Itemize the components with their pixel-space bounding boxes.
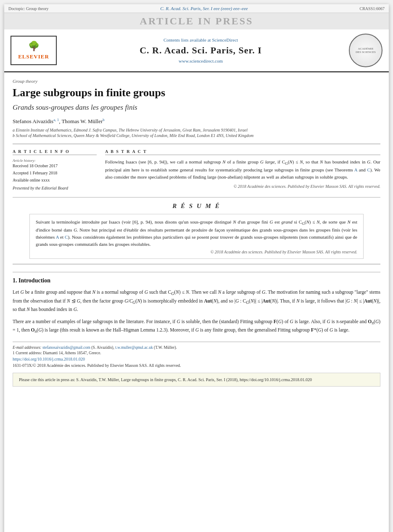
abstract-col: A B S T R A C T Following Isaacs (see [6… <box>105 149 380 190</box>
divider <box>13 264 380 264</box>
article-body: Group theory Large subgroups in finite g… <box>4 72 389 393</box>
intro-section: 1. Introduction Let G be a finite group … <box>13 272 380 335</box>
aip-text: ARTICLE IN PRESS <box>140 16 253 26</box>
sciencedirect-link-text[interactable]: ScienceDirect <box>212 37 238 42</box>
author2-name: , Thomas W. Müller <box>59 119 103 125</box>
elsevier-logo-area: 🌳 ELSEVIER <box>11 36 61 65</box>
presented-note: Presented by the Editorial Board <box>13 186 97 190</box>
article-id: CRASS1:6067 <box>360 6 385 11</box>
page-footer: E-mail addresses: stefanosaivazidis@gmai… <box>13 342 380 368</box>
resume-box: Suivant la terminologie introduite par I… <box>29 214 364 259</box>
affiliation-a: a Einstein Institute of Mathematics, Edm… <box>13 128 380 132</box>
resume-copyright: © 2018 Académie des sciences. Published … <box>36 250 357 254</box>
author2-sup: b <box>103 118 105 122</box>
abstract-copyright: © 2018 Académie des sciences. Published … <box>105 184 380 189</box>
authors: Stefanos Aivazidisa, 1, Thomas W. Müller… <box>13 118 380 125</box>
journal-title: C. R. Acad. Sci. Paris, Ser. I <box>61 45 340 56</box>
available-value: Available online xxxx <box>13 178 97 182</box>
doctopic-label: Doctopic: Group theory <box>8 6 49 11</box>
doi-link[interactable]: https://doi.org/10.1016/j.crma.2018.01.0… <box>13 357 85 361</box>
intro-para1: Let G be a finite group and suppose that… <box>13 288 380 313</box>
email1[interactable]: stefanosaivazidis@gmail.com <box>42 345 90 350</box>
email2[interactable]: t.w.muller@qmul.ac.uk <box>115 345 153 350</box>
journal-center: Contents lists available at ScienceDirec… <box>61 37 340 63</box>
email-footnote: E-mail addresses: stefanosaivazidis@gmai… <box>13 345 380 350</box>
contents-label: Contents lists available at <box>164 37 211 42</box>
resume-section: R É S U M É Suivant la terminologie intr… <box>13 197 380 259</box>
aip-banner: ARTICLE IN PRESS <box>4 13 389 29</box>
page: Doctopic: Group theory C. R. Acad. Sci. … <box>4 4 389 532</box>
intro-heading: 1. Introduction <box>13 277 380 284</box>
article-info-heading: A R T I C L E I N F O <box>13 149 97 155</box>
journal-header: 🌳 ELSEVIER Contents lists available at S… <box>4 29 389 72</box>
resume-text: Suivant la terminologie introduite par I… <box>36 219 357 248</box>
received-value: Received 18 October 2017 <box>13 163 97 168</box>
abstract-text: Following Isaacs (see [6, p. 94]), we ca… <box>105 158 380 181</box>
email2-note: (T.W. Müller). <box>154 345 177 350</box>
resume-heading: R É S U M É <box>13 203 380 210</box>
academy-logo: ACADÉMIEDES SCIENCES <box>349 34 382 67</box>
academy-logo-area: ACADÉMIEDES SCIENCES <box>340 34 382 67</box>
citation-bar: Please cite this article in press as: S.… <box>13 373 380 387</box>
history-label: Article history: <box>13 158 97 163</box>
article-subtitle: Grands sous-groupes dans les groupes fin… <box>13 103 380 112</box>
footnote1: 1 Current address: Diamanti 14, Athens 1… <box>13 351 380 355</box>
elsevier-logo-box: 🌳 ELSEVIER <box>11 36 57 65</box>
article-info-col: A R T I C L E I N F O Article history: R… <box>13 149 97 190</box>
accepted-value: Accepted 1 February 2018 <box>13 171 97 175</box>
section-tag: Group theory <box>13 79 380 84</box>
email-label: E-mail addresses: <box>13 345 42 350</box>
journal-citation: C. R. Acad. Sci. Paris, Ser. I eee (eeee… <box>49 6 360 11</box>
doi-line: https://doi.org/10.1016/j.crma.2018.01.0… <box>13 357 380 361</box>
email1-note: (S. Aivazidis), <box>91 345 114 350</box>
sciencedirect-label: Contents lists available at ScienceDirec… <box>61 37 340 42</box>
author1-name: Stefanos Aivazidis <box>13 119 53 125</box>
article-title: Large subgroups in finite groups <box>13 86 380 99</box>
two-col-section: A R T I C L E I N F O Article history: R… <box>13 144 380 190</box>
citation-text: Please cite this article in press as: S.… <box>19 377 312 382</box>
issn-line: 1631-073X/© 2018 Académie des sciences. … <box>13 363 380 368</box>
top-bar: Doctopic: Group theory C. R. Acad. Sci. … <box>4 4 389 13</box>
affiliation-b: b School of Mathematical Sciences, Queen… <box>13 133 380 138</box>
journal-url[interactable]: www.sciencedirect.com <box>61 58 340 63</box>
elsevier-text: ELSEVIER <box>18 53 49 60</box>
author1-sup: a, 1 <box>53 118 59 122</box>
tree-icon: 🌳 <box>28 41 40 52</box>
intro-para2: There are a number of examples of large … <box>13 318 380 335</box>
abstract-heading: A B S T R A C T <box>105 149 380 155</box>
